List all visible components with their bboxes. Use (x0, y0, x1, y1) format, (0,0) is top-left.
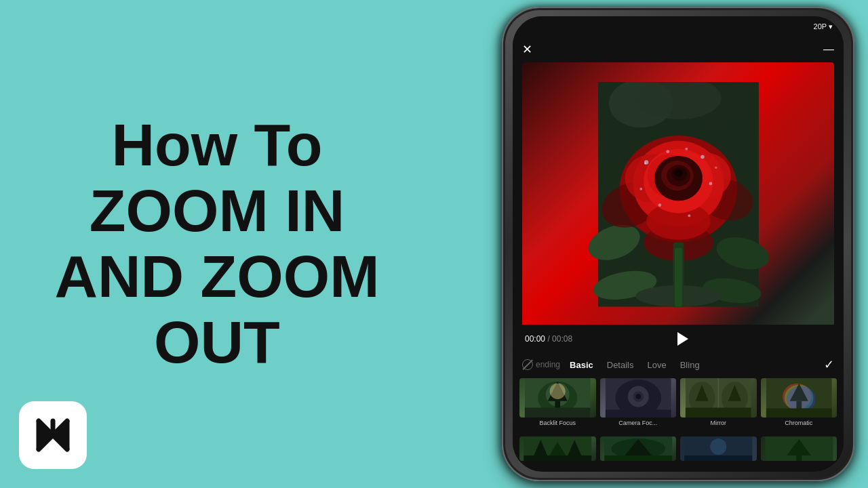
svg-rect-77 (604, 455, 672, 461)
svg-rect-83 (796, 454, 802, 461)
ending-label: ending (536, 360, 560, 369)
thumb-row2-img3 (680, 436, 757, 461)
video-preview (522, 62, 834, 327)
svg-point-31 (644, 163, 646, 165)
confirm-button[interactable]: ✓ (824, 357, 834, 372)
svg-rect-41 (674, 248, 682, 307)
phone-notch (634, 16, 722, 34)
svg-point-79 (710, 439, 726, 455)
play-icon (677, 332, 688, 346)
svg-point-34 (658, 203, 661, 207)
svg-rect-73 (524, 455, 591, 461)
power-button (854, 144, 854, 205)
time-display: 00:00 / 00:08 (525, 334, 572, 344)
thumb-row2-img4 (761, 436, 837, 461)
close-button[interactable]: ✕ (522, 42, 532, 57)
effect-thumbnails-second-row (513, 434, 844, 464)
thumb-row2-img1 (519, 436, 596, 461)
camera-label: Camera Foc... (600, 420, 677, 426)
rose-svg (546, 82, 811, 307)
svg-rect-68 (766, 408, 831, 418)
effect-thumbnails: Backlit Focus Camera Foc... (513, 375, 844, 436)
green-thumbnail (761, 436, 837, 461)
no-effect-icon (522, 359, 533, 370)
volume-down-button (502, 134, 502, 174)
thumb-camera-focus[interactable]: Camera Foc... (600, 378, 677, 426)
forest-thumbnail-1 (519, 436, 596, 461)
thumb-row2-img2 (600, 436, 677, 461)
svg-rect-54 (605, 409, 671, 418)
main-title: How To ZOOM IN AND ZOOM OUT (54, 113, 379, 375)
thumb-row2-item2[interactable] (600, 436, 677, 461)
tab-love[interactable]: Love (644, 357, 671, 373)
svg-point-37 (685, 148, 688, 150)
svg-rect-47 (525, 408, 591, 418)
thumb-row2-item4[interactable] (761, 436, 837, 461)
effect-tabs: ending Basic Details Love Bling ✓ (513, 352, 844, 377)
capcut-logo (19, 401, 87, 469)
tab-details[interactable]: Details (603, 357, 638, 373)
tab-basic[interactable]: Basic (566, 357, 597, 373)
camera-thumbnail (600, 378, 677, 418)
rose-image (522, 62, 834, 327)
top-controls: ✕ — (513, 37, 844, 62)
forest-thumbnail-2 (600, 436, 677, 461)
svg-point-39 (715, 167, 717, 169)
phone-mockup: 20P ▾ ✕ — (502, 7, 854, 481)
backlit-label: Backlit Focus (519, 420, 596, 426)
mirror-thumbnail (680, 378, 757, 418)
backlit-thumbnail (519, 378, 596, 418)
chromatic-label: Chromatic (761, 420, 837, 426)
thumb-mirror[interactable]: Mirror (680, 378, 757, 426)
play-button[interactable] (672, 329, 691, 348)
more-button[interactable]: — (823, 43, 834, 56)
svg-point-33 (709, 182, 712, 186)
bottom-controls: 00:00 / 00:08 (513, 325, 844, 353)
svg-point-48 (550, 384, 566, 399)
phone-frame: 20P ▾ ✕ — (502, 7, 854, 481)
svg-point-35 (688, 215, 690, 218)
status-bar-right: 20P ▾ (814, 22, 833, 31)
svg-point-36 (666, 150, 669, 153)
phone-screen: 20P ▾ ✕ — (513, 16, 844, 472)
thumb-mirror-img (680, 378, 757, 418)
svg-rect-61 (686, 408, 751, 418)
thumb-row2-item1[interactable] (519, 436, 596, 461)
no-effect-tab[interactable]: ending (522, 359, 560, 370)
volume-up-button (502, 103, 502, 127)
svg-point-53 (635, 394, 641, 399)
svg-point-32 (701, 155, 705, 159)
chromatic-thumbnail (761, 378, 837, 418)
svg-point-38 (639, 188, 642, 190)
thumb-backlit-img (519, 378, 596, 418)
capcut-icon (29, 411, 77, 459)
blue-thumbnail (680, 436, 757, 461)
mirror-label: Mirror (680, 420, 757, 426)
current-time: 00:00 (525, 334, 545, 344)
thumb-chromatic[interactable]: Chromatic (761, 378, 837, 426)
thumb-chromatic-img (761, 378, 837, 418)
thumb-backlit-focus[interactable]: Backlit Focus (519, 378, 596, 426)
tab-bling[interactable]: Bling (676, 357, 704, 373)
resolution-indicator: 20P ▾ (814, 22, 833, 31)
svg-point-29 (674, 169, 683, 177)
silent-button (502, 181, 502, 222)
thumb-row2-item3[interactable] (680, 436, 757, 461)
thumb-camera-img (600, 378, 677, 418)
svg-rect-80 (684, 455, 752, 461)
total-time: 00:08 (552, 334, 572, 344)
